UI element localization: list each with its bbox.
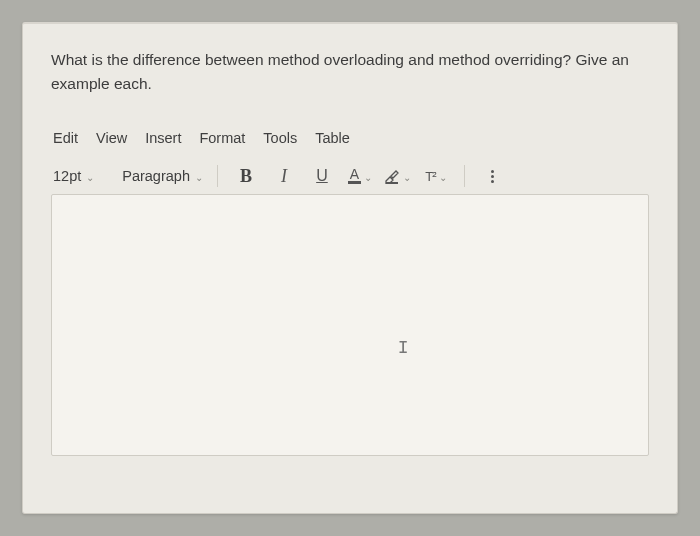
menu-tools[interactable]: Tools xyxy=(263,130,297,146)
font-size-label: 12pt xyxy=(53,168,81,184)
menu-edit[interactable]: Edit xyxy=(53,130,78,146)
text-cursor: I xyxy=(398,338,409,358)
paragraph-style-label: Paragraph xyxy=(122,168,190,184)
more-vertical-icon xyxy=(491,170,494,183)
chevron-down-icon: ⌄ xyxy=(195,172,203,183)
italic-button[interactable]: I xyxy=(270,164,298,188)
paragraph-style-select[interactable]: Paragraph ⌄ xyxy=(122,168,203,184)
menu-table[interactable]: Table xyxy=(315,130,350,146)
toolbar-divider xyxy=(464,165,465,187)
highlight-icon xyxy=(384,168,400,184)
chevron-down-icon: ⌄ xyxy=(364,172,372,183)
rich-text-area[interactable]: I xyxy=(51,194,649,456)
editor-card: What is the difference between method ov… xyxy=(22,22,678,514)
chevron-down-icon: ⌄ xyxy=(86,172,94,183)
superscript-button[interactable]: T² ⌄ xyxy=(422,164,450,188)
font-size-select[interactable]: 12pt ⌄ xyxy=(53,168,94,184)
underline-icon: U xyxy=(316,167,328,185)
svg-rect-0 xyxy=(386,182,398,184)
bold-icon: B xyxy=(240,166,252,187)
text-color-icon: A xyxy=(348,168,361,184)
highlight-button[interactable]: ⌄ xyxy=(384,164,412,188)
menu-insert[interactable]: Insert xyxy=(145,130,181,146)
italic-icon: I xyxy=(281,166,287,187)
underline-button[interactable]: U xyxy=(308,164,336,188)
toolbar-divider xyxy=(217,165,218,187)
question-text: What is the difference between method ov… xyxy=(51,48,649,96)
chevron-down-icon: ⌄ xyxy=(439,172,447,183)
text-color-button[interactable]: A ⌄ xyxy=(346,164,374,188)
menu-bar: Edit View Insert Format Tools Table xyxy=(51,130,649,146)
chevron-down-icon: ⌄ xyxy=(403,172,411,183)
bold-button[interactable]: B xyxy=(232,164,260,188)
menu-view[interactable]: View xyxy=(96,130,127,146)
superscript-icon: T² xyxy=(425,169,435,184)
menu-format[interactable]: Format xyxy=(199,130,245,146)
format-toolbar: 12pt ⌄ Paragraph ⌄ B I U A ⌄ xyxy=(51,164,649,188)
more-options-button[interactable] xyxy=(479,164,507,188)
